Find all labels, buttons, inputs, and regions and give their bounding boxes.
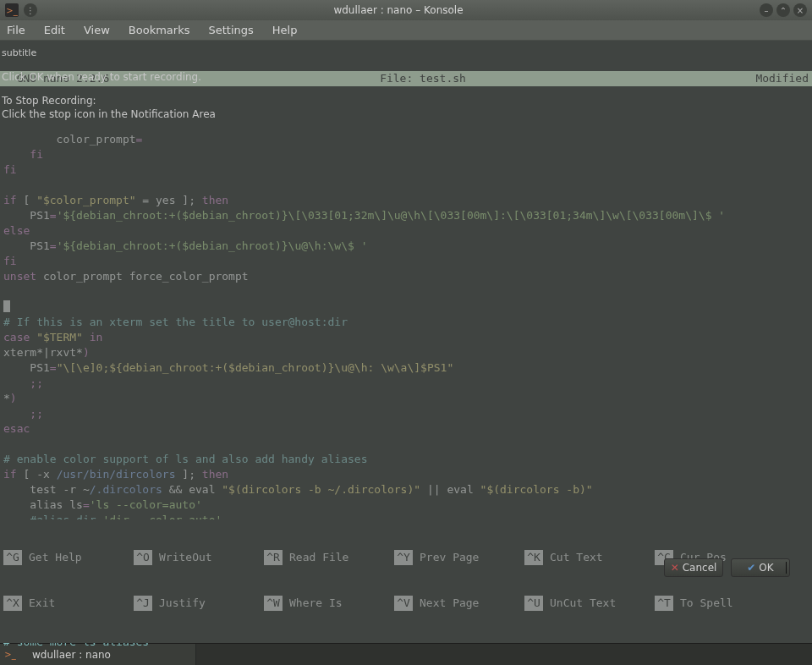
cancel-button[interactable]: ✕ Cancel	[664, 558, 723, 577]
dialog-subtitle: subtitle	[2, 46, 36, 61]
nano-status: Modified	[707, 71, 809, 86]
menu-bookmarks[interactable]: Bookmarks	[129, 24, 190, 36]
cursor-icon	[3, 300, 10, 312]
menu-edit[interactable]: Edit	[44, 24, 65, 36]
nano-shortcut-bar: ^GGet Help ^OWriteOut ^RRead File ^YPrev…	[0, 519, 812, 643]
menu-help[interactable]: Help	[272, 24, 298, 36]
menu-view[interactable]: View	[84, 24, 110, 36]
shortcut-exit: ^XExit	[3, 596, 134, 611]
minimize-button[interactable]: –	[760, 3, 773, 17]
shortcut-cut-text: ^KCut Text	[524, 550, 655, 565]
terminal-area[interactable]: GNU nano 2.2.6 File: test.sh Modified co…	[0, 41, 812, 643]
dialog-line-2: To Stop Recording:	[2, 93, 96, 108]
ok-button[interactable]: ✔ OK	[731, 558, 790, 577]
shortcut-row-2: ^XExit ^JJustify ^WWhere Is ^VNext Page …	[3, 596, 809, 611]
window-titlebar: >_ ⋮ wdullaer : nano – Konsole – ⌃ ×	[0, 0, 812, 20]
maximize-button[interactable]: ⌃	[776, 3, 790, 17]
shortcut-justify: ^JJustify	[134, 596, 264, 611]
nano-header: GNU nano 2.2.6 File: test.sh Modified	[0, 71, 812, 86]
menu-file[interactable]: File	[7, 24, 25, 36]
shortcut-uncut-text: ^UUnCut Text	[524, 596, 655, 611]
window-menu-icon[interactable]: ⋮	[24, 3, 37, 17]
shortcut-where-is: ^WWhere Is	[264, 596, 394, 611]
nano-file-label: File: test.sh	[139, 71, 707, 86]
app-icon: >_	[5, 3, 19, 17]
cancel-icon: ✕	[671, 560, 679, 575]
menu-settings[interactable]: Settings	[208, 24, 253, 36]
shortcut-prev-page: ^YPrev Page	[394, 550, 524, 565]
shortcut-get-help: ^GGet Help	[3, 550, 134, 565]
nano-version: GNU nano 2.2.6	[3, 71, 139, 86]
shortcut-read-file: ^RRead File	[264, 550, 394, 565]
shortcut-to-spell: ^TTo Spell	[655, 596, 785, 611]
menubar: File Edit View Bookmarks Settings Help	[0, 20, 812, 41]
shortcut-writeout: ^OWriteOut	[134, 550, 264, 565]
ok-icon: ✔	[747, 560, 755, 575]
window-title: wdullaer : nano – Konsole	[37, 4, 760, 16]
shortcut-next-page: ^VNext Page	[394, 596, 524, 611]
close-button[interactable]: ×	[793, 3, 807, 17]
